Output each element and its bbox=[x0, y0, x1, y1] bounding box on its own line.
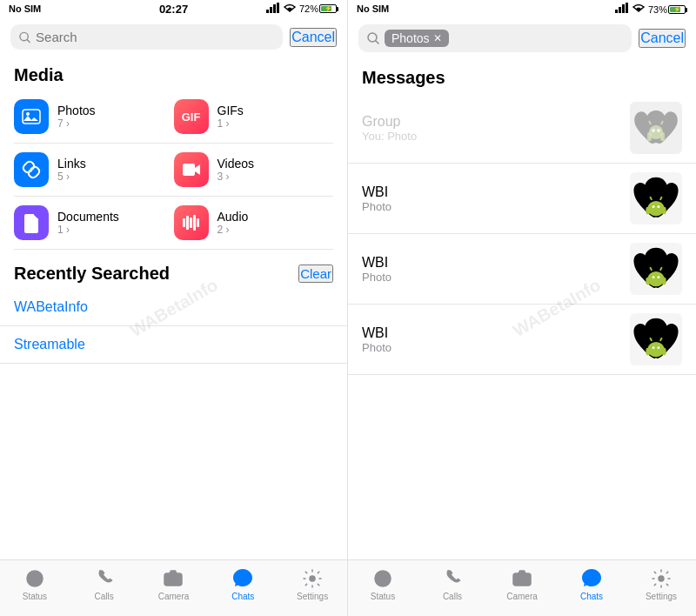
calls-tab-icon-right bbox=[441, 567, 464, 590]
message-preview-group: You: Photo bbox=[362, 130, 619, 143]
media-item-documents[interactable]: Documents 1 › bbox=[14, 197, 174, 250]
tab-chats-left[interactable]: Chats bbox=[208, 567, 278, 601]
svg-rect-8 bbox=[183, 164, 195, 176]
videos-label: Videos bbox=[218, 157, 255, 171]
carrier-right: No SIM bbox=[357, 3, 389, 14]
svg-rect-52 bbox=[662, 348, 666, 356]
tab-chats-label-right: Chats bbox=[580, 592, 603, 601]
message-thumb-wbi2 bbox=[630, 243, 682, 295]
tab-camera-label-left: Camera bbox=[158, 592, 190, 601]
message-list: Group You: Photo bbox=[348, 93, 696, 616]
search-bar-left: Cancel bbox=[0, 17, 347, 57]
svg-point-17 bbox=[170, 576, 177, 583]
recent-item-wabetainfo[interactable]: WABetaInfo bbox=[0, 289, 347, 326]
media-section-title: Media bbox=[0, 57, 347, 90]
recent-item-streamable[interactable]: Streamable bbox=[0, 326, 347, 364]
chats-tab-icon-right bbox=[580, 567, 603, 590]
svg-point-61 bbox=[659, 576, 664, 581]
left-panel: No SIM 02:27 72% ⚡ bbox=[0, 0, 348, 616]
documents-count: 1 › bbox=[57, 224, 119, 236]
svg-rect-35 bbox=[646, 207, 650, 215]
search-bar-right: Photos ✕ Cancel bbox=[348, 17, 696, 59]
tab-calls-label-right: Calls bbox=[443, 592, 462, 601]
svg-point-58 bbox=[380, 576, 385, 581]
tab-camera-right[interactable]: Camera bbox=[487, 567, 557, 601]
svg-rect-27 bbox=[647, 132, 652, 141]
tab-status-right[interactable]: Status bbox=[348, 567, 418, 601]
svg-point-30 bbox=[657, 129, 660, 132]
search-tag[interactable]: Photos ✕ bbox=[385, 30, 449, 47]
tab-settings-left[interactable]: Settings bbox=[278, 567, 347, 601]
clear-button[interactable]: Clear bbox=[298, 264, 333, 283]
svg-rect-20 bbox=[619, 7, 621, 13]
media-item-audio[interactable]: Audio 2 › bbox=[174, 197, 334, 250]
tab-camera-label-right: Camera bbox=[506, 592, 538, 601]
search-input-wrap-right[interactable]: Photos ✕ bbox=[358, 24, 632, 52]
svg-point-37 bbox=[652, 205, 655, 208]
search-tag-close[interactable]: ✕ bbox=[433, 32, 442, 44]
videos-icon bbox=[174, 152, 209, 187]
photos-count: 7 › bbox=[57, 117, 96, 130]
tab-status-label-left: Status bbox=[23, 592, 47, 601]
svg-rect-44 bbox=[662, 278, 666, 285]
svg-point-60 bbox=[519, 576, 525, 583]
message-sender-group: Group bbox=[362, 114, 619, 130]
svg-point-42 bbox=[647, 271, 664, 286]
links-icon bbox=[14, 152, 49, 187]
tab-chats-label-left: Chats bbox=[231, 592, 254, 601]
svg-rect-7 bbox=[23, 110, 40, 124]
search-input-left[interactable] bbox=[36, 30, 274, 44]
message-item-wbi1[interactable]: WBI Photo bbox=[348, 164, 696, 234]
svg-rect-51 bbox=[646, 348, 650, 356]
right-panel: No SIM 02:28 73% ⚡ bbox=[348, 0, 696, 616]
svg-rect-22 bbox=[626, 3, 628, 13]
message-item-group[interactable]: Group You: Photo bbox=[348, 93, 696, 164]
svg-point-50 bbox=[647, 342, 664, 357]
messages-section-title: Messages bbox=[348, 59, 696, 93]
wifi-icon-left bbox=[283, 3, 297, 15]
recently-searched-header: Recently Searched Clear bbox=[0, 250, 347, 289]
status-icons-left: 72% ⚡ bbox=[266, 3, 338, 15]
settings-tab-icon-right bbox=[650, 567, 673, 590]
svg-rect-2 bbox=[273, 4, 276, 13]
media-item-photos[interactable]: Photos 7 › bbox=[14, 90, 174, 144]
photos-icon bbox=[14, 99, 49, 134]
media-item-links[interactable]: Links 5 › bbox=[14, 144, 174, 197]
photos-label: Photos bbox=[57, 104, 96, 117]
media-item-videos[interactable]: Videos 3 › bbox=[174, 144, 334, 197]
recently-searched-title: Recently Searched bbox=[14, 264, 170, 284]
tab-status-left[interactable]: Status bbox=[0, 567, 70, 601]
svg-rect-13 bbox=[197, 218, 199, 227]
status-bar-right: No SIM 02:28 73% ⚡ bbox=[348, 0, 696, 17]
tab-settings-right[interactable]: Settings bbox=[626, 567, 696, 601]
svg-rect-28 bbox=[660, 132, 665, 141]
svg-line-24 bbox=[376, 41, 378, 44]
media-item-gifs[interactable]: GIF GIFs 1 › bbox=[174, 90, 334, 144]
camera-tab-icon-left bbox=[162, 567, 184, 590]
message-item-wbi2[interactable]: WBI Photo bbox=[348, 234, 696, 305]
cancel-button-left[interactable]: Cancel bbox=[290, 28, 337, 47]
gifs-label: GIFs bbox=[218, 104, 244, 117]
search-input-wrap-left[interactable] bbox=[10, 24, 283, 50]
message-thumb-wbi3 bbox=[630, 313, 682, 365]
camera-tab-icon-right bbox=[511, 567, 533, 590]
gifs-icon: GIF bbox=[174, 99, 209, 134]
calls-tab-icon-left bbox=[93, 567, 116, 590]
tab-calls-right[interactable]: Calls bbox=[418, 567, 487, 601]
battery-right: 73% ⚡ bbox=[648, 4, 687, 15]
documents-icon bbox=[14, 205, 49, 240]
message-item-wbi3[interactable]: WBI Photo bbox=[348, 305, 696, 375]
svg-line-5 bbox=[27, 39, 30, 42]
tab-camera-left[interactable]: Camera bbox=[139, 567, 209, 601]
tab-calls-left[interactable]: Calls bbox=[70, 567, 139, 601]
svg-rect-1 bbox=[270, 7, 272, 13]
tab-chats-right[interactable]: Chats bbox=[557, 567, 626, 601]
search-icon-right bbox=[367, 32, 379, 44]
tab-bar-right: Status Calls Camera Chats Settings bbox=[348, 559, 696, 616]
svg-rect-9 bbox=[183, 218, 185, 227]
chats-tab-icon-left bbox=[231, 567, 254, 590]
wifi-icon-right bbox=[632, 4, 648, 15]
svg-point-45 bbox=[652, 276, 655, 278]
message-preview-wbi1: Photo bbox=[362, 200, 619, 213]
cancel-button-right[interactable]: Cancel bbox=[639, 29, 686, 48]
